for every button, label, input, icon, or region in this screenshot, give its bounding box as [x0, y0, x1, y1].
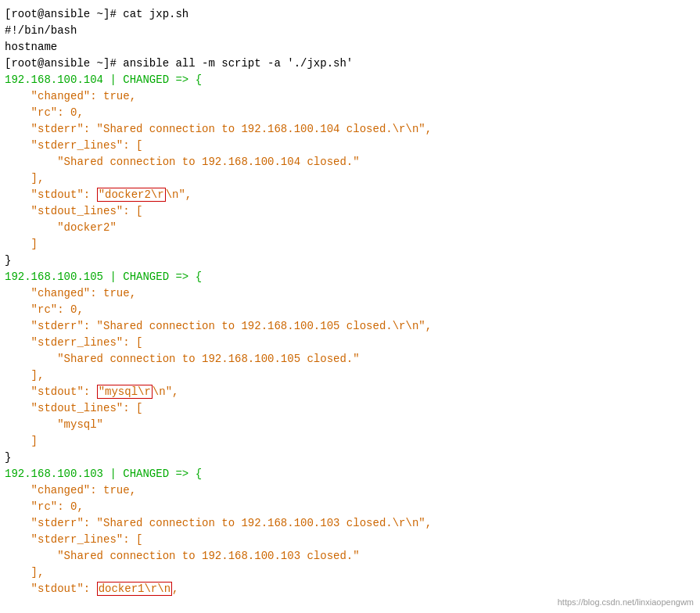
stderr-lines-close-2: ],	[5, 367, 695, 384]
stderr-1: "stderr": "Shared connection to 192.168.…	[5, 121, 695, 138]
stdout-lines-val-2: "mysql"	[5, 417, 695, 433]
stderr-3: "stderr": "Shared connection to 192.168.…	[5, 515, 695, 532]
stderr-lines-close-1: ],	[5, 170, 695, 187]
stdout-1: "stdout": "docker2\r\n",	[5, 187, 695, 203]
stderr-lines-close-3: ],	[5, 565, 695, 581]
changed-1: "changed": true,	[5, 88, 695, 105]
line-3: hostname	[5, 39, 695, 56]
stdout-2: "stdout": "mysql\r\n",	[5, 384, 695, 400]
prompt-1: [root@ansible ~]# cat jxp.sh	[5, 8, 188, 20]
ip-header-3: 192.168.100.103 | CHANGED => {	[5, 466, 695, 482]
stdout-lines-close-2: ]	[5, 433, 695, 450]
changed-3: "changed": true,	[5, 482, 695, 499]
stderr-lines-val-3: "Shared connection to 192.168.100.103 cl…	[5, 548, 695, 565]
stderr-lines-val-2: "Shared connection to 192.168.100.105 cl…	[5, 351, 695, 367]
ip-3: 192.168.100.103 | CHANGED => {	[5, 468, 202, 480]
prompt-2: [root@ansible ~]# ansible all -m script …	[5, 57, 353, 70]
ip-1: 192.168.100.104 | CHANGED => {	[5, 73, 202, 86]
line-4: [root@ansible ~]# ansible all -m script …	[5, 56, 695, 72]
ip-header-2: 192.168.100.105 | CHANGED => {	[5, 269, 695, 285]
stdout-lines-2: "stdout_lines": [	[5, 400, 695, 417]
rc-1: "rc": 0,	[5, 105, 695, 121]
watermark: https://blog.csdn.net/linxiaopengwm	[558, 597, 694, 607]
stderr-lines-3: "stderr_lines": [	[5, 532, 695, 548]
stdout-lines-1: "stdout_lines": [	[5, 203, 695, 220]
changed-2: "changed": true,	[5, 285, 695, 302]
ip-header-1: 192.168.100.104 | CHANGED => {	[5, 72, 695, 88]
stdout-lines-val-1: "docker2"	[5, 220, 695, 236]
block-close-1: }	[5, 253, 695, 269]
output-2: hostname	[5, 41, 57, 53]
ip-2: 192.168.100.105 | CHANGED => {	[5, 271, 202, 283]
stdout-highlight-1: "docker2\r	[97, 188, 166, 202]
stdout-highlight-3: docker1\r\n	[97, 582, 172, 596]
stdout-highlight-2: "mysql\r	[97, 385, 153, 399]
line-1: [root@ansible ~]# cat jxp.sh	[5, 6, 695, 23]
terminal: [root@ansible ~]# cat jxp.sh #!/bin/bash…	[0, 0, 700, 613]
rc-2: "rc": 0,	[5, 302, 695, 318]
stdout-lines-close-1: ]	[5, 236, 695, 253]
stderr-2: "stderr": "Shared connection to 192.168.…	[5, 318, 695, 335]
output-1: #!/bin/bash	[5, 24, 77, 37]
stderr-lines-1: "stderr_lines": [	[5, 138, 695, 154]
block-close-2: }	[5, 450, 695, 466]
stdout-3: "stdout": docker1\r\n,	[5, 581, 695, 597]
line-2: #!/bin/bash	[5, 23, 695, 39]
rc-3: "rc": 0,	[5, 499, 695, 515]
stderr-lines-2: "stderr_lines": [	[5, 335, 695, 351]
stderr-lines-val-1: "Shared connection to 192.168.100.104 cl…	[5, 154, 695, 170]
